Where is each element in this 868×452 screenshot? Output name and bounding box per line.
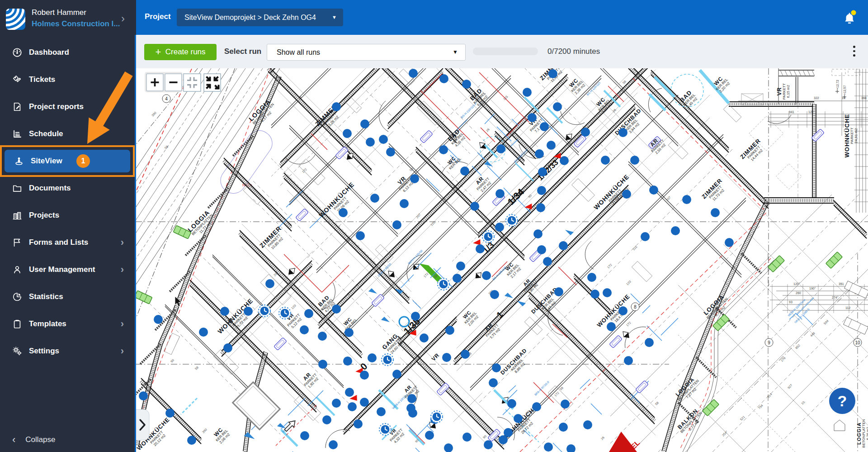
svg-text:24,91 m2: 24,91 m2 [854, 128, 858, 143]
svg-text:10: 10 [855, 340, 860, 345]
svg-text:BETONPLATTEN: BETONPLATTEN [862, 419, 866, 447]
svg-text:112: 112 [845, 306, 850, 309]
svg-text:PARKETT: PARKETT [850, 128, 854, 144]
svg-text:122: 122 [808, 110, 814, 114]
svg-text:LOGGIA: LOGGIA [856, 422, 862, 444]
svg-text:?: ? [838, 392, 847, 409]
svg-text:9: 9 [768, 340, 770, 345]
svg-text:4: 4 [165, 96, 168, 101]
svg-text:93: 93 [789, 300, 793, 304]
svg-text:8: 8 [634, 305, 637, 309]
svg-text:190°: 190° [809, 287, 816, 290]
svg-text:6,15 m2: 6,15 m2 [786, 85, 790, 98]
svg-text:VR: VR [776, 87, 783, 96]
svg-text:274°: 274° [832, 296, 839, 299]
svg-text:120°: 120° [793, 282, 800, 285]
svg-text:351: 351 [839, 282, 844, 285]
svg-text:WOHNKÜCHE: WOHNKÜCHE [844, 114, 850, 157]
svg-text:260: 260 [796, 291, 801, 295]
svg-text:941: 941 [789, 110, 794, 114]
svg-text:322: 322 [814, 96, 819, 100]
svg-text:PARKETT: PARKETT [782, 83, 786, 100]
svg-text:+12,72: +12,72 [836, 80, 839, 90]
svg-text:6,26 m2: 6,26 m2 [866, 427, 868, 440]
svg-text:+12,57: +12,57 [843, 85, 846, 95]
